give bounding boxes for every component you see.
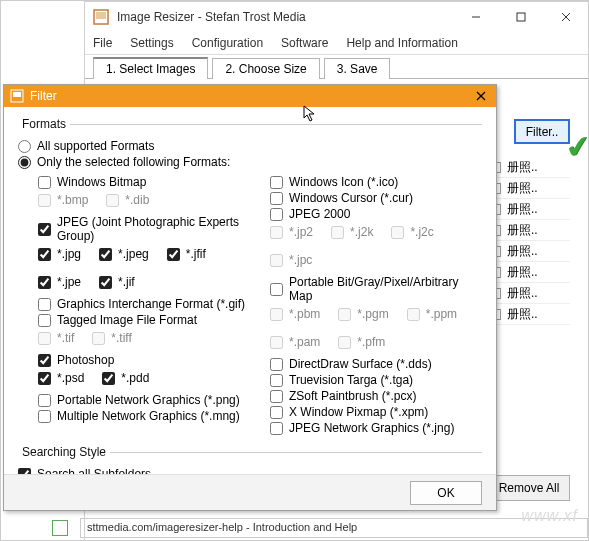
chk-gif[interactable]: Graphics Interchange Format (*.gif) [38, 297, 250, 311]
status-icon [52, 520, 68, 536]
list-item: 册照.. [490, 220, 570, 241]
chk-pgm[interactable]: *.pgm [338, 307, 388, 321]
formats-legend: Formats [18, 117, 70, 131]
list-item: 册照.. [490, 241, 570, 262]
app-icon [93, 9, 109, 25]
list-item: 册照.. [490, 304, 570, 325]
list-item: 册照.. [490, 283, 570, 304]
tab-save[interactable]: 3. Save [324, 58, 391, 79]
chk-jfif[interactable]: *.jfif [167, 247, 206, 261]
chk-pfm[interactable]: *.pfm [338, 335, 385, 349]
chk-pcx[interactable]: ZSoft Paintbrush (*.pcx) [270, 389, 482, 403]
chk-pdd[interactable]: *.pdd [102, 371, 149, 385]
chk-jpg[interactable]: *.jpg [38, 247, 81, 261]
menu-software[interactable]: Software [281, 36, 328, 50]
chk-ico[interactable]: Windows Icon (*.ico) [270, 175, 482, 189]
radio-selected-formats[interactable]: Only the selected following Formats: [18, 155, 482, 169]
chk-cur[interactable]: Windows Cursor (*.cur) [270, 191, 482, 205]
image-list[interactable]: 册照.. 册照.. 册照.. 册照.. 册照.. 册照.. 册照.. 册照.. [490, 157, 570, 325]
dialog-button-bar: OK [4, 474, 496, 510]
search-legend: Searching Style [18, 445, 110, 459]
chk-tiff[interactable]: Tagged Image File Format [38, 313, 250, 327]
minimize-button[interactable] [453, 2, 498, 32]
chk-png[interactable]: Portable Network Graphics (*.png) [38, 393, 250, 407]
dialog-close-icon[interactable] [472, 91, 490, 101]
chk-ppm[interactable]: *.ppm [407, 307, 457, 321]
chk-jpeg-ext[interactable]: *.jpeg [99, 247, 149, 261]
chk-photoshop[interactable]: Photoshop [38, 353, 250, 367]
chk-jif[interactable]: *.jif [99, 275, 135, 289]
chk-jp2[interactable]: *.jp2 [270, 225, 313, 239]
watermark-text: www.xf [521, 507, 578, 525]
tab-select-images[interactable]: 1. Select Images [93, 57, 208, 79]
remove-all-button[interactable]: Remove All [488, 475, 570, 501]
chk-jpeg[interactable]: JPEG (Joint Photographic Experts Group) [38, 215, 250, 243]
maximize-button[interactable] [498, 2, 543, 32]
dialog-titlebar: Filter [4, 85, 496, 107]
chk-psd[interactable]: *.psd [38, 371, 84, 385]
chk-pbm-ext[interactable]: *.pbm [270, 307, 320, 321]
main-titlebar: Image Resizer - Stefan Trost Media [85, 2, 588, 32]
chk-bitmap[interactable]: Windows Bitmap [38, 175, 250, 189]
footer-text: sttmedia.com/imageresizer-help - Introdu… [80, 518, 588, 538]
radio-all-formats[interactable]: All supported Formats [18, 139, 482, 153]
chk-jng[interactable]: JPEG Network Graphics (*.jng) [270, 421, 482, 435]
chk-jpe[interactable]: *.jpe [38, 275, 81, 289]
ok-button[interactable]: OK [410, 481, 482, 505]
menu-configuration[interactable]: Configuration [192, 36, 263, 50]
chk-tga[interactable]: Truevision Targa (*.tga) [270, 373, 482, 387]
main-tabs: 1. Select Images 2. Choose Size 3. Save [85, 54, 588, 79]
filter-button[interactable]: Filter.. [514, 119, 570, 144]
chk-dib[interactable]: *.dib [106, 193, 149, 207]
dialog-title: Filter [30, 89, 472, 103]
filter-dialog: Filter Formats All supported Formats Onl… [3, 84, 497, 511]
main-title: Image Resizer - Stefan Trost Media [117, 10, 453, 24]
chk-pbm[interactable]: Portable Bit/Gray/Pixel/Arbitrary Map [270, 275, 482, 303]
chk-j2c[interactable]: *.j2c [391, 225, 433, 239]
menubar: File Settings Configuration Software Hel… [85, 32, 588, 54]
chk-bmp[interactable]: *.bmp [38, 193, 88, 207]
chk-j2k[interactable]: *.j2k [331, 225, 373, 239]
footer-bar: sttmedia.com/imageresizer-help - Introdu… [40, 515, 588, 541]
svg-rect-3 [517, 13, 525, 21]
list-item: 册照.. [490, 199, 570, 220]
chk-tiff-ext[interactable]: *.tiff [92, 331, 131, 345]
formats-group: Formats All supported Formats Only the s… [18, 117, 482, 437]
tab-choose-size[interactable]: 2. Choose Size [212, 58, 319, 79]
menu-settings[interactable]: Settings [130, 36, 173, 50]
svg-rect-1 [96, 12, 106, 19]
close-button[interactable] [543, 2, 588, 32]
chk-pam[interactable]: *.pam [270, 335, 320, 349]
dialog-icon [10, 89, 24, 103]
list-item: 册照.. [490, 262, 570, 283]
chk-xpm[interactable]: X Window Pixmap (*.xpm) [270, 405, 482, 419]
svg-rect-7 [13, 92, 21, 97]
chk-jpc[interactable]: *.jpc [270, 253, 312, 267]
list-item: 册照.. [490, 157, 570, 178]
menu-help[interactable]: Help and Information [346, 36, 457, 50]
chk-jp2000[interactable]: JPEG 2000 [270, 207, 482, 221]
chk-mng[interactable]: Multiple Network Graphics (*.mng) [38, 409, 250, 423]
list-item: 册照.. [490, 178, 570, 199]
chk-tif[interactable]: *.tif [38, 331, 74, 345]
menu-file[interactable]: File [93, 36, 112, 50]
chk-dds[interactable]: DirectDraw Surface (*.dds) [270, 357, 482, 371]
